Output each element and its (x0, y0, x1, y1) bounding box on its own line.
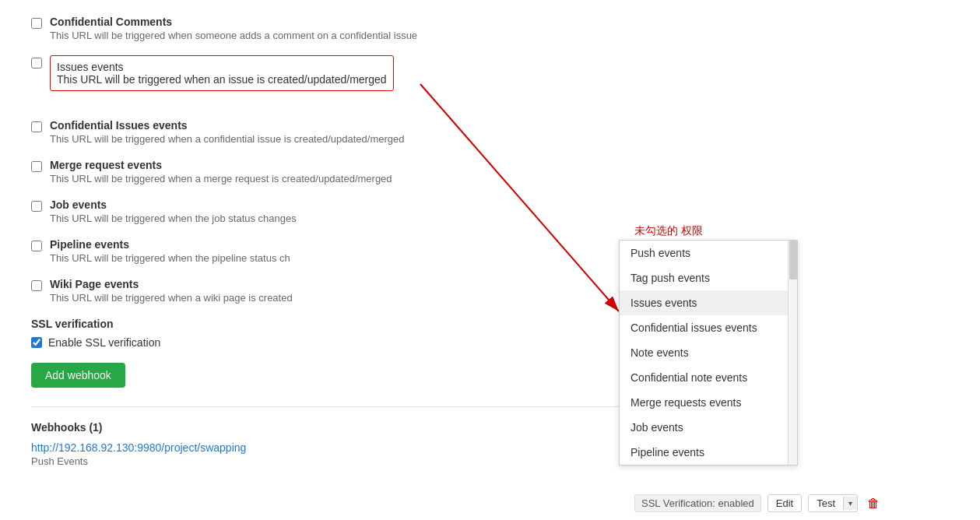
issues-events-item: Issues events This URL will be triggered… (31, 55, 669, 105)
wiki-page-events-desc: This URL will be triggered when a wiki p… (50, 292, 293, 304)
wiki-page-events-title: Wiki Page events (50, 278, 293, 290)
confidential-comments-item: Confidential Comments This URL will be t… (31, 16, 669, 41)
issues-events-title: Issues events (57, 61, 387, 73)
dropdown-item-push-events[interactable]: Push events (620, 241, 797, 265)
dropdown-scroll-thumb (789, 241, 797, 279)
test-button[interactable]: Test (809, 495, 843, 511)
edit-button[interactable]: Edit (767, 494, 802, 512)
issues-events-desc: This URL will be triggered when an issue… (57, 73, 387, 86)
issues-events-checkbox[interactable] (31, 58, 42, 69)
job-events-desc: This URL will be triggered when the job … (50, 213, 297, 224)
dropdown-item-pipeline-events[interactable]: Pipeline events (620, 440, 797, 465)
confidential-issues-title: Confidential Issues events (50, 119, 405, 132)
job-events-title: Job events (50, 199, 297, 211)
confidential-comments-desc: This URL will be triggered when someone … (50, 30, 417, 41)
dropdown-item-issues-events[interactable]: Issues events (620, 290, 797, 315)
webhook-url-link[interactable]: http://192.168.92.130:9980/project/swapp… (31, 441, 246, 454)
dropdown-item-job-events[interactable]: Job events (620, 415, 797, 440)
test-button-container: Test ▾ (808, 494, 858, 512)
confidential-issues-desc: This URL will be triggered when a confid… (50, 133, 405, 145)
dropdown-item-note-events[interactable]: Note events (620, 340, 797, 365)
pipeline-events-desc: This URL will be triggered when the pipe… (50, 252, 290, 264)
annotation-label: 未勾选的 权限 (634, 224, 703, 238)
webhooks-section-title: Webhooks (1) (31, 421, 669, 434)
dropdown-item-merge-requests-events[interactable]: Merge requests events (620, 390, 797, 415)
delete-button[interactable]: 🗑 (864, 495, 883, 512)
merge-request-desc: This URL will be triggered when a merge … (50, 173, 392, 184)
merge-request-item: Merge request events This URL will be tr… (31, 159, 669, 184)
merge-request-title: Merge request events (50, 159, 392, 171)
ssl-title: SSL verification (31, 318, 669, 330)
ssl-label: Enable SSL verification (48, 336, 160, 349)
confidential-issues-item: Confidential Issues events This URL will… (31, 119, 669, 145)
dropdown-item-confidential-note-events[interactable]: Confidential note events (620, 365, 797, 390)
wiki-page-events-checkbox[interactable] (31, 280, 42, 291)
job-events-item: Job events This URL will be triggered wh… (31, 199, 669, 224)
add-webhook-button[interactable]: Add webhook (31, 363, 125, 388)
pipeline-events-checkbox[interactable] (31, 241, 42, 251)
webhook-url-label: Push Events (31, 455, 669, 467)
bottom-bar: SSL Verification: enabled Edit Test ▾ 🗑 (622, 487, 980, 520)
ssl-checkbox[interactable] (31, 337, 42, 348)
job-events-checkbox[interactable] (31, 201, 42, 212)
confidential-comments-checkbox[interactable] (31, 18, 42, 29)
pipeline-events-item: Pipeline events This URL will be trigger… (31, 238, 669, 264)
ssl-section: SSL verification Enable SSL verification (31, 318, 669, 349)
dropdown-scrollbar[interactable] (788, 241, 797, 465)
confidential-issues-checkbox[interactable] (31, 121, 42, 132)
test-button-dropdown[interactable]: ▾ (843, 497, 857, 510)
pipeline-events-title: Pipeline events (50, 238, 290, 251)
dropdown-item-tag-push-events[interactable]: Tag push events (620, 265, 797, 290)
merge-request-checkbox[interactable] (31, 161, 42, 172)
ssl-verified-badge: SSL Verification: enabled (634, 494, 761, 512)
dropdown-item-confidential-issues-events[interactable]: Confidential issues events (620, 315, 797, 340)
dropdown-menu: Push events Tag push events Issues event… (619, 240, 798, 466)
wiki-page-events-item: Wiki Page events This URL will be trigge… (31, 278, 669, 304)
section-divider (31, 406, 669, 407)
confidential-comments-title: Confidential Comments (50, 16, 417, 28)
